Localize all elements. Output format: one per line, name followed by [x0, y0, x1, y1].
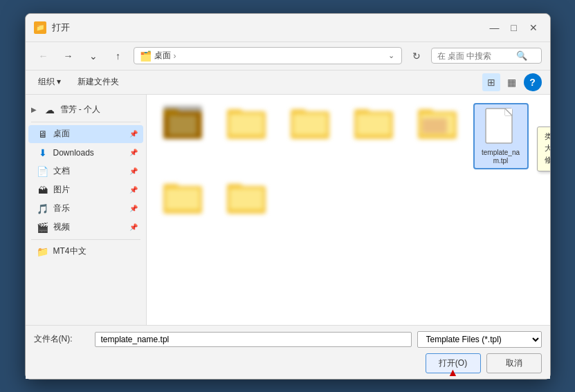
- sidebar: ▶ ☁ 雪芳 - 个人 🖥 桌面 📌 ⬇ Downloads 📌 📄 文档 📌: [26, 95, 147, 325]
- new-folder-label: 新建文件夹: [77, 76, 119, 88]
- list-item[interactable]: [219, 103, 274, 169]
- music-icon: 🎵: [37, 203, 49, 215]
- tooltip-size: 大小: 824 字节: [545, 143, 550, 153]
- sidebar-item-documents[interactable]: 📄 文档 📌: [28, 162, 143, 180]
- cancel-button[interactable]: 取消: [486, 353, 542, 373]
- folder-icon-addr: 🗂️: [140, 50, 152, 62]
- sidebar-label-mt4: MT4中文: [53, 245, 86, 257]
- search-bar: 🔍: [431, 48, 542, 64]
- action-bar: 组织 ▾ 新建文件夹 ⊞ ▦ ?: [26, 71, 550, 95]
- file-grid: template_nam.tpl 类型: TPL 文件 大小: 824 字节 修…: [155, 103, 542, 219]
- list-item[interactable]: [155, 103, 210, 169]
- cancel-label: 取消: [506, 358, 522, 368]
- filename-input[interactable]: [95, 332, 412, 347]
- cloud-icon: ☁: [44, 104, 56, 116]
- sidebar-item-mt4[interactable]: 📁 MT4中文: [28, 243, 143, 261]
- sidebar-label-documents: 文档: [53, 165, 70, 177]
- maximize-button[interactable]: □: [506, 19, 522, 36]
- sidebar-label-downloads: Downloads: [53, 148, 94, 158]
- svg-rect-7: [230, 114, 263, 135]
- list-item-tpl[interactable]: template_nam.tpl 类型: TPL 文件 大小: 824 字节 修…: [473, 103, 529, 169]
- list-item[interactable]: [155, 178, 210, 219]
- up-button[interactable]: ↑: [109, 46, 128, 66]
- forward-button[interactable]: →: [59, 46, 78, 66]
- sidebar-separator-2: [31, 239, 140, 240]
- file-area: template_nam.tpl 类型: TPL 文件 大小: 824 字节 修…: [147, 95, 550, 325]
- title-bar: 📁 打开 — □ ✕: [26, 14, 550, 42]
- desktop-icon: 🖥: [37, 128, 49, 140]
- minimize-button[interactable]: —: [486, 19, 503, 36]
- pin-icon-pictures: 📌: [129, 186, 138, 194]
- refresh-button[interactable]: ↻: [408, 47, 426, 65]
- dialog-icon: 📁: [34, 21, 46, 34]
- title-bar-controls: — □ ✕: [486, 19, 542, 36]
- close-button[interactable]: ✕: [525, 19, 542, 36]
- sidebar-item-pictures[interactable]: 🏔 图片 📌: [28, 181, 143, 199]
- bottom-bar: 文件名(N): Template Files (*.tpl) All Files…: [26, 325, 550, 379]
- tooltip-type: 类型: TPL 文件: [545, 131, 550, 142]
- sidebar-label-music: 音乐: [53, 203, 70, 214]
- pin-icon-music: 📌: [129, 205, 138, 212]
- open-btn-wrapper: 打开(O) ▲: [426, 353, 481, 373]
- sidebar-label-videos: 视频: [53, 221, 70, 233]
- sidebar-item-cloud[interactable]: ▶ ☁ 雪芳 - 个人: [28, 101, 143, 119]
- action-row: 打开(O) ▲ 取消: [34, 353, 542, 373]
- pictures-icon: 🏔: [37, 184, 49, 196]
- tooltip-date: 修改日期: 2024/10/9 14:52: [545, 155, 550, 165]
- sidebar-label-pictures: 图片: [53, 184, 70, 196]
- address-bar: 🗂️ 桌面 › ⌄: [134, 47, 402, 64]
- filename-row: 文件名(N): Template Files (*.tpl) All Files…: [34, 331, 542, 348]
- help-button[interactable]: ?: [524, 73, 542, 91]
- path-segment-desktop[interactable]: 桌面: [154, 50, 171, 62]
- back-button[interactable]: ←: [34, 46, 53, 66]
- svg-rect-4: [163, 106, 202, 139]
- documents-icon: 📄: [37, 165, 49, 178]
- sidebar-label-cloud: 雪芳 - 个人: [60, 104, 101, 115]
- svg-rect-27: [230, 189, 263, 209]
- dialog-title: 打开: [52, 21, 70, 34]
- pin-icon-desktop: 📌: [129, 130, 138, 138]
- organize-button[interactable]: 组织 ▾: [34, 74, 65, 90]
- file-tooltip: 类型: TPL 文件 大小: 824 字节 修改日期: 2024/10/9 14…: [537, 127, 550, 171]
- toolbar: ← → ⌄ ↑ 🗂️ 桌面 › ⌄ ↻ 🔍: [26, 42, 550, 71]
- downloads-icon: ⬇: [37, 147, 49, 159]
- sidebar-separator-1: [31, 122, 140, 122]
- list-item[interactable]: [219, 178, 274, 219]
- address-path: 桌面 ›: [154, 50, 384, 62]
- sidebar-item-music[interactable]: 🎵 音乐 📌: [28, 200, 143, 218]
- file-label-tpl: template_nam.tpl: [482, 149, 520, 165]
- sidebar-item-videos[interactable]: 🎬 视频 📌: [28, 218, 143, 236]
- organize-label: 组织 ▾: [38, 76, 61, 88]
- list-item[interactable]: [346, 103, 401, 169]
- filetype-select[interactable]: Template Files (*.tpl) All Files (*.*): [417, 331, 542, 348]
- svg-rect-17: [422, 118, 447, 133]
- svg-rect-10: [293, 114, 327, 135]
- main-content: ▶ ☁ 雪芳 - 个人 🖥 桌面 📌 ⬇ Downloads 📌 📄 文档 📌: [26, 95, 550, 325]
- search-input[interactable]: [437, 51, 513, 61]
- title-bar-left: 📁 打开: [34, 21, 70, 34]
- view-icon-button-1[interactable]: ⊞: [482, 73, 500, 91]
- view-controls: ⊞ ▦ ?: [482, 73, 542, 91]
- pin-icon-downloads: 📌: [129, 149, 138, 156]
- svg-rect-24: [166, 189, 199, 209]
- videos-icon: 🎬: [37, 221, 49, 234]
- pin-icon-documents: 📌: [129, 167, 138, 175]
- mt4-icon: 📁: [37, 245, 49, 258]
- new-folder-button[interactable]: 新建文件夹: [73, 74, 123, 90]
- list-item[interactable]: [410, 103, 465, 169]
- filename-label: 文件名(N):: [34, 333, 89, 345]
- dropdown-button[interactable]: ⌄: [84, 46, 103, 66]
- address-chevron[interactable]: ⌄: [387, 50, 396, 62]
- open-file-dialog: 📁 打开 — □ ✕ ← → ⌄ ↑ 🗂️ 桌面 › ⌄ ↻ 🔍: [25, 13, 551, 380]
- expand-arrow-cloud: ▶: [31, 106, 39, 113]
- pin-icon-videos: 📌: [129, 223, 138, 231]
- sidebar-item-downloads[interactable]: ⬇ Downloads 📌: [28, 144, 143, 162]
- open-arrow-indicator: ▲: [448, 366, 459, 379]
- svg-rect-13: [357, 114, 390, 135]
- path-separator: ›: [174, 51, 176, 61]
- sidebar-item-desktop[interactable]: 🖥 桌面 📌: [28, 125, 143, 143]
- search-icon[interactable]: 🔍: [516, 50, 527, 61]
- list-item[interactable]: [282, 103, 338, 169]
- sidebar-label-desktop: 桌面: [53, 128, 70, 140]
- view-icon-button-2[interactable]: ▦: [503, 73, 521, 91]
